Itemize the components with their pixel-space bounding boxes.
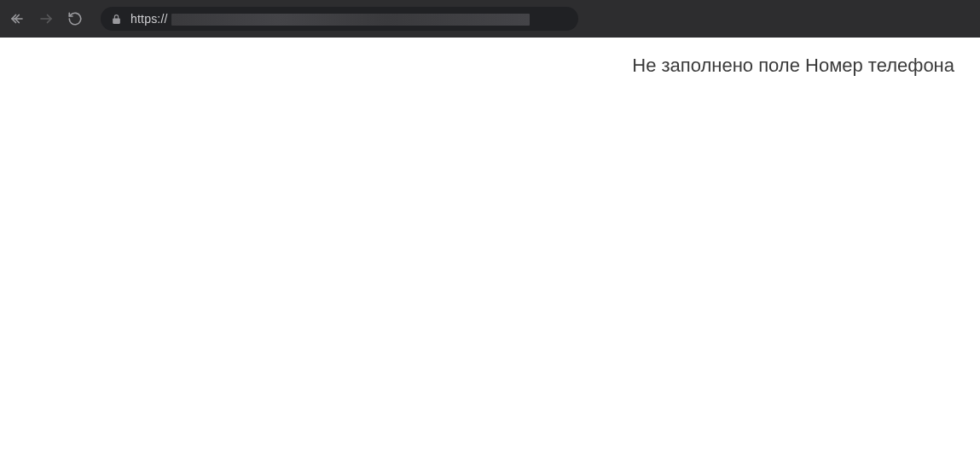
browser-toolbar: https:// <box>0 0 980 38</box>
reload-button[interactable] <box>67 10 84 27</box>
back-button[interactable] <box>9 10 26 27</box>
lock-icon <box>111 14 122 25</box>
page-content: Не заполнено поле Номер телефона <box>0 38 980 476</box>
forward-button[interactable] <box>38 10 55 27</box>
url-redacted <box>171 14 530 26</box>
error-message: Не заполнено поле Номер телефона <box>632 55 954 77</box>
address-bar[interactable]: https:// <box>101 7 578 31</box>
url-text: https:// <box>130 12 530 26</box>
url-prefix: https:// <box>130 12 168 26</box>
